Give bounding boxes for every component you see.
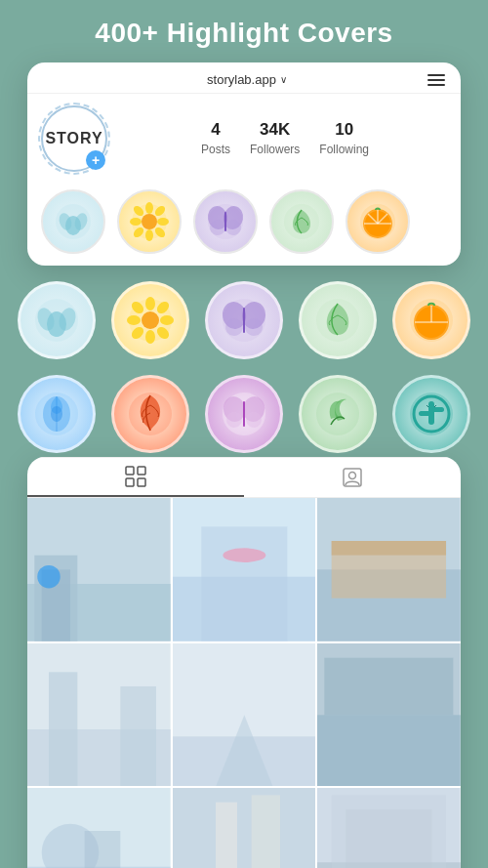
highlight-item[interactable]	[346, 189, 410, 254]
profile-stats: 4 Posts 34K Followers 10 Following	[123, 120, 447, 157]
photo-cell[interactable]	[317, 643, 461, 787]
avatar-container: STORY +	[41, 105, 107, 172]
highlight-item[interactable]	[193, 189, 258, 254]
svg-rect-72	[432, 407, 444, 412]
svg-rect-110	[251, 796, 279, 868]
outer-highlight-item[interactable]	[111, 281, 189, 359]
url-text: storylab.app	[207, 72, 276, 87]
add-story-button[interactable]: +	[86, 150, 105, 170]
svg-rect-78	[138, 478, 145, 486]
followers-label: Followers	[250, 143, 300, 156]
svg-rect-114	[346, 809, 432, 868]
svg-rect-106	[85, 831, 121, 868]
chevron-down-icon: ∨	[280, 74, 287, 85]
outer-highlight-item[interactable]	[18, 375, 96, 453]
photo-cell[interactable]	[173, 643, 316, 787]
svg-point-34	[142, 311, 159, 329]
svg-point-6	[145, 202, 153, 214]
svg-rect-96	[49, 672, 77, 786]
outer-highlights-row-2	[0, 367, 488, 467]
posts-label: Posts	[201, 143, 230, 156]
photo-cell[interactable]: ♥ 100	[317, 788, 461, 868]
highlight-item[interactable]	[41, 189, 105, 254]
outer-highlight-item[interactable]	[299, 281, 377, 359]
page-title: 400+ Highlight Covers	[0, 0, 488, 62]
outer-highlight-item[interactable]	[18, 281, 96, 359]
phone-mockup: storylab.app ∨ STORY + 4 Posts 34K Follo…	[27, 62, 461, 266]
svg-rect-88	[201, 526, 287, 641]
svg-point-7	[145, 229, 153, 241]
photo-cell[interactable]	[317, 498, 461, 641]
svg-point-80	[349, 473, 356, 479]
profile-section: STORY + 4 Posts 34K Followers 10 Followi…	[27, 94, 461, 182]
photo-cell[interactable]	[173, 498, 316, 641]
posts-stat: 4 Posts	[201, 120, 230, 157]
hamburger-icon[interactable]	[427, 74, 445, 86]
photo-cell[interactable]	[173, 788, 316, 868]
svg-point-37	[127, 315, 141, 325]
outer-highlight-item[interactable]	[205, 375, 283, 453]
highlight-item[interactable]	[117, 189, 182, 254]
svg-rect-75	[126, 467, 134, 475]
svg-point-38	[160, 315, 174, 325]
outer-highlight-item[interactable]	[299, 375, 377, 453]
person-icon	[342, 467, 363, 488]
outer-highlight-item[interactable]	[205, 281, 283, 359]
svg-rect-102	[325, 657, 454, 715]
grid-icon	[125, 466, 146, 487]
svg-rect-101	[317, 715, 461, 786]
phone-grid-section: ♥ 100 ⌂	[27, 457, 461, 868]
highlight-item[interactable]	[269, 189, 334, 254]
svg-rect-48	[243, 308, 245, 333]
tab-grid[interactable]	[27, 458, 244, 497]
following-stat: 10 Following	[319, 120, 369, 157]
svg-point-36	[145, 330, 155, 344]
followers-count: 34K	[250, 120, 300, 140]
svg-rect-93	[332, 541, 446, 556]
photo-grid: ♥ 100	[27, 498, 461, 868]
svg-rect-71	[419, 411, 430, 416]
svg-point-5	[142, 214, 157, 229]
phone-header: storylab.app ∨	[27, 62, 461, 94]
svg-rect-19	[224, 212, 226, 231]
svg-rect-76	[138, 467, 145, 475]
outer-highlight-item[interactable]	[111, 375, 189, 453]
svg-rect-77	[126, 478, 134, 486]
svg-point-9	[157, 218, 169, 226]
svg-point-89	[223, 548, 265, 562]
outer-highlight-item[interactable]	[392, 281, 470, 359]
url-bar[interactable]: storylab.app ∨	[207, 72, 287, 87]
tab-bar	[27, 457, 461, 498]
followers-stat: 34K Followers	[250, 120, 300, 157]
posts-count: 4	[201, 120, 230, 140]
svg-rect-97	[120, 686, 156, 787]
photo-cell[interactable]	[27, 788, 171, 868]
svg-point-35	[145, 297, 155, 310]
following-count: 10	[319, 120, 369, 140]
svg-point-85	[37, 565, 60, 588]
svg-rect-107	[173, 788, 316, 868]
highlights-row-1	[27, 182, 461, 266]
svg-point-8	[130, 218, 142, 226]
tab-tagged[interactable]	[244, 458, 461, 497]
following-label: Following	[319, 143, 369, 156]
svg-rect-66	[243, 401, 245, 427]
svg-rect-109	[216, 803, 237, 868]
photo-cell[interactable]	[27, 643, 171, 787]
photo-cell[interactable]	[27, 498, 171, 641]
outer-highlight-item[interactable]	[392, 375, 470, 453]
outer-highlights-row-1	[0, 266, 488, 367]
